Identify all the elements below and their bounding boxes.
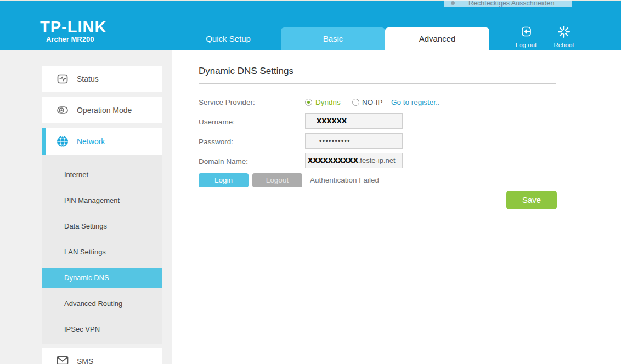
username-label: Username: xyxy=(199,117,235,127)
radio-dyndns[interactable] xyxy=(305,99,312,106)
sidebar-item-status[interactable]: Status xyxy=(42,66,162,92)
password-label: Password: xyxy=(199,137,233,146)
sms-envelope-icon xyxy=(57,355,69,364)
sidebar-item-label: Status xyxy=(77,66,99,92)
service-provider-label: Service Provider: xyxy=(199,98,255,107)
logout-action[interactable]: Log out xyxy=(509,25,543,49)
snip-tool-menu-item[interactable]: Rechteckiges Ausschneiden xyxy=(444,0,572,7)
active-accent-bar xyxy=(42,128,46,155)
go-to-register-link[interactable]: Go to register.. xyxy=(391,98,440,107)
page-title: Dynamic DNS Settings xyxy=(199,66,293,77)
domain-name-field[interactable]: XXXXXXXXXX.feste-ip.net xyxy=(305,153,403,168)
sidebar-item-label: Operation Mode xyxy=(77,97,132,123)
radio-no-ip[interactable] xyxy=(352,99,359,106)
brand-name: TP-LINK xyxy=(40,19,106,35)
tab-basic[interactable]: Basic xyxy=(281,27,385,50)
operation-mode-icon xyxy=(57,104,69,116)
radio-no-ip-label[interactable]: NO-IP xyxy=(362,98,383,107)
domain-suffix: .feste-ip.net xyxy=(358,156,396,164)
network-globe-icon xyxy=(57,135,69,147)
sidebar-item-network[interactable]: Network xyxy=(42,128,162,155)
header-bar: TP-LINK Archer MR200 Quick Setup Basic A… xyxy=(0,0,621,50)
submenu-item-pin-management[interactable]: PIN Management xyxy=(42,190,162,211)
reboot-spinner-icon xyxy=(547,25,581,38)
domain-masked-value: XXXXXXXXXX xyxy=(308,156,358,164)
submenu-item-dynamic-dns[interactable]: Dynamic DNS xyxy=(42,268,162,288)
router-admin-page: TP-LINK Archer MR200 Quick Setup Basic A… xyxy=(0,0,621,364)
status-pulse-icon xyxy=(57,73,69,85)
brand-logo: TP-LINK Archer MR200 xyxy=(40,19,106,43)
main-content: Dynamic DNS Settings Service Provider: D… xyxy=(172,50,621,364)
login-button[interactable]: Login xyxy=(199,173,249,187)
title-divider xyxy=(199,83,556,84)
radio-dyndns-label[interactable]: Dyndns xyxy=(315,98,341,107)
submenu-item-lan-settings[interactable]: LAN Settings xyxy=(42,242,162,262)
username-field[interactable]: XXXXXX xyxy=(305,113,403,129)
password-field[interactable]: •••••••••• xyxy=(305,133,403,149)
sidebar-item-operation-mode[interactable]: Operation Mode xyxy=(42,97,162,123)
logout-label: Log out xyxy=(516,42,537,48)
submenu-item-ipsec-vpn[interactable]: IPSec VPN xyxy=(42,319,162,339)
reboot-label: Reboot xyxy=(554,42,574,48)
domain-name-label: Domain Name: xyxy=(199,157,248,166)
submenu-item-data-settings[interactable]: Data Settings xyxy=(42,216,162,236)
tab-advanced[interactable]: Advanced xyxy=(385,27,489,50)
auth-status-message: Authentication Failed xyxy=(310,173,379,187)
logout-icon xyxy=(509,25,543,38)
sidebar-item-sms[interactable]: SMS xyxy=(42,348,162,364)
snip-menu-label: Rechteckiges Ausschneiden xyxy=(468,0,554,7)
sidebar-item-label: SMS xyxy=(77,348,93,364)
reboot-action[interactable]: Reboot xyxy=(547,25,581,49)
save-button[interactable]: Save xyxy=(506,191,557,209)
network-submenu: Internet PIN Management Data Settings LA… xyxy=(42,155,162,344)
radio-bullet-icon xyxy=(451,1,455,5)
sidebar: Status Operation Mode xyxy=(0,50,172,364)
submenu-item-internet[interactable]: Internet xyxy=(42,164,162,185)
tab-quick-setup[interactable]: Quick Setup xyxy=(197,27,259,50)
submenu-item-advanced-routing[interactable]: Advanced Routing xyxy=(42,293,162,314)
sidebar-item-label: Network xyxy=(77,128,105,155)
logout-button[interactable]: Logout xyxy=(252,173,302,187)
router-model: Archer MR200 xyxy=(46,36,106,43)
